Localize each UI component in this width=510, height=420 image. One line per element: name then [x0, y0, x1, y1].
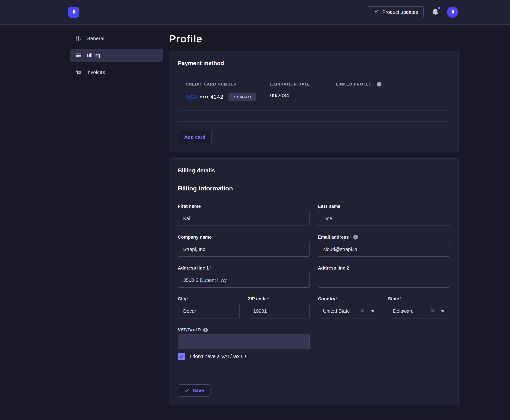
page-title: Profile [169, 33, 459, 45]
city-label: City [178, 296, 186, 302]
sidebar-item-label: Invoices [86, 69, 105, 75]
info-icon[interactable]: i [377, 82, 382, 87]
expiration-column: EXPIRATION DATE 09/2034 [270, 82, 336, 101]
country-select[interactable]: United State ✕ [318, 304, 380, 318]
email-address-field[interactable] [318, 242, 450, 257]
divider [178, 375, 450, 375]
last-name-label: Last name [318, 204, 340, 209]
expiration-date-value: 09/2034 [270, 93, 336, 99]
address-line2-label: Address line 2 [318, 265, 349, 271]
svg-text:$: $ [76, 69, 77, 72]
zip-code-field[interactable] [248, 304, 310, 318]
company-name-field[interactable] [178, 242, 310, 257]
billing-details-card: Billing details Billing information Firs… [169, 158, 459, 405]
email-address-fieldgroup: Email address * i [318, 235, 450, 257]
visa-logo: VISA [186, 94, 197, 100]
zip-code-fieldgroup: ZIP code * [248, 296, 310, 318]
primary-badge: PRIMARY [229, 93, 256, 101]
expiration-date-label: EXPIRATION DATE [270, 82, 336, 87]
city-fieldgroup: City * [178, 296, 240, 318]
product-updates-label: Product updates [382, 9, 418, 15]
required-asterisk: * [210, 265, 211, 270]
settings-sidebar: General Billing $ Invoices [70, 25, 163, 79]
last-name-fieldgroup: Last name [318, 204, 450, 226]
country-fieldgroup: Country * United State ✕ [318, 296, 380, 318]
company-name-fieldgroup: Company name * [178, 235, 310, 257]
billing-details-title: Billing details [178, 167, 450, 174]
city-field[interactable] [178, 304, 240, 318]
credit-card-icon [75, 52, 82, 58]
billing-information-title: Billing information [178, 185, 450, 192]
first-name-field[interactable] [178, 211, 310, 226]
user-avatar[interactable] [447, 7, 458, 18]
linked-project-label: LINKED PROJECT [336, 82, 375, 87]
state-select-value: Delaware [393, 308, 430, 314]
address-line2-field[interactable] [318, 273, 450, 288]
country-select-value: United State [323, 308, 360, 314]
topbar-actions: Product updates [368, 6, 458, 18]
sidebar-item-label: Billing [87, 52, 100, 58]
vat-field [178, 335, 310, 349]
add-card-button[interactable]: Add card [178, 131, 212, 143]
chevron-down-icon[interactable] [371, 310, 375, 313]
address-line1-label: Address line 1 [178, 265, 209, 271]
first-name-label: First name [178, 204, 201, 209]
company-name-label: Company name [178, 235, 212, 240]
no-vat-checkbox-label: I don't have a VAT/Tax ID [190, 353, 246, 359]
required-asterisk: * [349, 235, 351, 239]
divider [178, 121, 450, 122]
sidebar-item-label: General [86, 36, 104, 41]
notification-dot [438, 7, 440, 9]
no-vat-checkbox[interactable] [178, 353, 185, 360]
info-icon[interactable]: i [353, 235, 358, 240]
avatar-strapi-icon [449, 9, 456, 16]
sliders-icon [75, 36, 81, 41]
clear-icon[interactable]: ✕ [360, 308, 365, 314]
last-name-field[interactable] [318, 211, 450, 226]
invoice-icon: $ [75, 69, 81, 75]
required-asterisk: * [212, 235, 214, 239]
save-label: Save [193, 388, 204, 393]
zip-code-label: ZIP code [248, 296, 267, 302]
vat-fieldgroup: VAT/Tax ID i [178, 327, 310, 349]
check-icon [179, 354, 184, 359]
country-label: Country [318, 296, 336, 302]
vat-checkbox-row: I don't have a VAT/Tax ID [178, 353, 450, 360]
linked-project-column: LINKED PROJECT i - [336, 82, 442, 101]
first-name-fieldgroup: First name [178, 204, 310, 226]
credit-card-number-column: CREDIT CARD NUMBER VISA •••• 4242 PRIMAR… [186, 82, 270, 101]
address-line1-field[interactable] [178, 273, 310, 288]
state-select[interactable]: Delaware ✕ [388, 304, 450, 318]
state-fieldgroup: State * Delaware ✕ [388, 296, 450, 318]
sidebar-item-billing[interactable]: Billing [70, 49, 163, 62]
strapi-logo-icon [70, 8, 77, 16]
required-asterisk: * [400, 296, 401, 301]
check-icon [184, 388, 190, 393]
linked-project-value: - [336, 93, 442, 99]
save-button[interactable]: Save [178, 384, 210, 397]
clear-icon[interactable]: ✕ [430, 308, 435, 314]
info-icon[interactable]: i [203, 328, 208, 332]
add-card-label: Add card [184, 135, 205, 140]
sparkles-icon [374, 9, 379, 15]
credit-card-row: CREDIT CARD NUMBER VISA •••• 4242 PRIMAR… [178, 75, 450, 111]
credit-card-number-label: CREDIT CARD NUMBER [186, 82, 270, 87]
required-asterisk: * [336, 296, 338, 301]
required-asterisk: * [267, 296, 269, 301]
address-line2-fieldgroup: Address line 2 [318, 265, 450, 288]
sidebar-item-general[interactable]: General [70, 32, 163, 45]
sidebar-item-invoices[interactable]: $ Invoices [70, 66, 163, 79]
main-content: Profile Payment method CREDIT CARD NUMBE… [169, 25, 459, 405]
state-label: State [388, 296, 399, 302]
required-asterisk: * [187, 296, 188, 301]
product-updates-button[interactable]: Product updates [368, 6, 424, 18]
masked-card-number: •••• 4242 [200, 94, 224, 100]
address-line1-fieldgroup: Address line 1 * [178, 265, 310, 288]
bell-icon [431, 14, 439, 17]
notifications-button[interactable] [431, 8, 439, 16]
email-address-label: Email address [318, 235, 349, 240]
vat-label: VAT/Tax ID [178, 327, 201, 332]
top-navigation-bar: Product updates [0, 0, 510, 25]
strapi-logo[interactable] [68, 7, 79, 18]
chevron-down-icon[interactable] [441, 310, 445, 313]
